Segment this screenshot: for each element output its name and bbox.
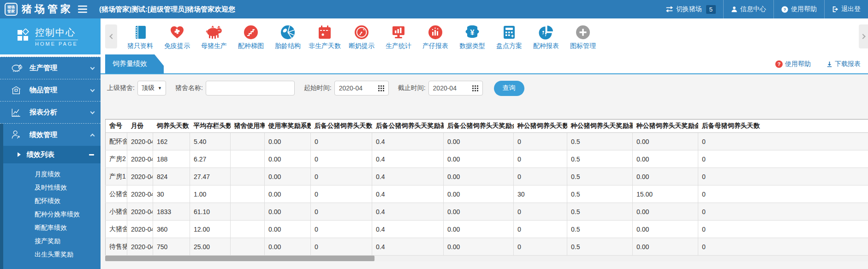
table-cell: [231, 133, 265, 150]
table-cell: 61.10: [190, 203, 231, 221]
table-cell: 1.00: [190, 185, 231, 203]
shortcut-13[interactable]: 图标管理: [565, 23, 601, 50]
table-cell: 0.4: [372, 238, 444, 256]
table-cell: 0: [311, 238, 372, 256]
shortcut-6[interactable]: 非生产天数: [306, 23, 343, 50]
table-cell: 0: [514, 150, 567, 168]
switch-icon: [666, 6, 673, 12]
chart-outline-icon: [11, 108, 27, 118]
horizontal-scrollbar[interactable]: [105, 256, 868, 261]
pig-outline-icon: [11, 63, 27, 73]
table-cell: 0.5: [567, 168, 633, 185]
usage-help-link[interactable]: ? 使用帮助: [775, 60, 811, 68]
shortcut-5[interactable]: 胎龄结构: [269, 23, 306, 50]
end-date-input[interactable]: 2020-04: [428, 81, 483, 96]
logo-text-top: 猪场: [7, 5, 15, 9]
sidebar-accent-bar: [0, 124, 3, 269]
download-icon: [826, 61, 832, 67]
sidebar-header-title: 控制中心: [35, 26, 78, 39]
tab-feeding-performance[interactable]: 饲养量绩效: [105, 54, 164, 73]
table-cell: 大猪舍: [106, 221, 127, 238]
pig-icon: [206, 23, 222, 42]
submenu-item-7[interactable]: 出生头重奖励: [0, 248, 101, 261]
table-cell: [231, 168, 265, 185]
sidebar-item-1[interactable]: 生产管理: [0, 57, 101, 79]
submenu-item-2[interactable]: 及时性绩效: [0, 181, 101, 194]
submenu-item-4[interactable]: 配种分娩率绩效: [0, 208, 101, 221]
shortcut-10[interactable]: ¥数据类型: [454, 23, 491, 50]
table-cell: 0.00: [444, 185, 514, 203]
table-cell: 0: [698, 150, 868, 168]
table-cell: 0.00: [444, 203, 514, 221]
shortcut-4[interactable]: 配种梯图: [232, 23, 269, 50]
table-cell: 15.00: [633, 185, 698, 203]
col-header-10: 种公猪饲养头天数: [514, 120, 567, 133]
iconbar-scroll-right-button[interactable]: [859, 24, 868, 48]
table-cell: 0.5: [567, 133, 633, 150]
shortcut-3[interactable]: 母猪生产: [196, 23, 232, 50]
shortcut-9[interactable]: 产仔报表: [417, 23, 454, 50]
table-cell: 0.4: [372, 185, 444, 203]
submenu-item-6[interactable]: 接产奖励: [0, 234, 101, 248]
control-center-icon: [17, 29, 30, 44]
pie2-icon: [538, 23, 554, 42]
scrollbar-thumb[interactable]: [105, 256, 375, 261]
message-center-button[interactable]: 信息中心: [723, 0, 773, 18]
table-cell: 0: [311, 133, 372, 150]
steps-icon: [243, 23, 259, 42]
table-cell: 30: [514, 185, 567, 203]
table-cell: 27.47: [190, 168, 231, 185]
calculator-icon: [501, 23, 517, 42]
switch-farm-button[interactable]: 切换猪场5: [658, 0, 723, 18]
table-cell: 5.40: [190, 133, 231, 150]
iconbar-scroll-left-button[interactable]: [105, 24, 117, 48]
calendar-grid-icon: [378, 85, 384, 91]
sidebar-item-4[interactable]: 绩效管理: [0, 124, 101, 146]
start-date-input[interactable]: 2020-04: [334, 81, 389, 96]
download-report-link[interactable]: 下载报表: [826, 60, 861, 68]
shortcut-label: 盘点方案: [496, 42, 522, 50]
performance-table-wrap: 舍号月份饲养头天数平均存栏头数猪舍使用率使用率奖励系数后备公猪饲养头天数后备公猪…: [105, 119, 868, 261]
table-cell: 0.4: [372, 133, 444, 150]
app: 猪场 管家 猪场管家 (猪场管家)测试:[超级管理员]猪场管家欢迎您 切换猪场5…: [0, 0, 868, 269]
calendar-grid-icon: [472, 85, 478, 91]
content: 猪只资料免疫提示母猪生产配种梯图胎龄结构非生产天数断奶提示生产统计产仔报表¥数据…: [101, 18, 868, 269]
shortcut-8[interactable]: 生产统计: [380, 23, 417, 50]
table-cell: 0: [311, 168, 372, 185]
logout-button[interactable]: 退出登: [824, 0, 868, 18]
shortcut-items: 猪只资料免疫提示母猪生产配种梯图胎龄结构非生产天数断奶提示生产统计产仔报表¥数据…: [122, 23, 601, 50]
sidebar-header[interactable]: 控制中心 HOME PAGE: [0, 18, 101, 54]
menu-toggle-icon[interactable]: [78, 6, 87, 13]
table-cell: 162: [153, 133, 190, 150]
sidebar-item-performance-list[interactable]: 绩效列表: [0, 146, 101, 163]
table-cell: 0.5: [567, 150, 633, 168]
table-cell: 产房2: [106, 150, 127, 168]
table-cell: 0: [698, 238, 868, 256]
table-cell: [231, 221, 265, 238]
house-name-input[interactable]: [206, 81, 295, 96]
submenu-item-3[interactable]: 配怀绩效: [0, 194, 101, 208]
shortcut-label: 配种梯图: [238, 42, 264, 50]
sidebar-item-3[interactable]: 报表分析: [0, 102, 101, 124]
filter-bar: 上级猪舍: 顶级 ▼ 猪舍名称: 起始时间: 2020-04 截止时间: 202…: [105, 80, 868, 96]
shortcut-1[interactable]: 猪只资料: [122, 23, 159, 50]
shortcut-7[interactable]: 断奶提示: [343, 23, 380, 50]
search-button[interactable]: 查询: [494, 81, 524, 96]
shortcut-11[interactable]: 盘点方案: [491, 23, 528, 50]
col-header-8: 后备公猪饲养头天奖励基数: [372, 120, 444, 133]
shortcut-12[interactable]: 配种报表: [528, 23, 565, 50]
shortcut-2[interactable]: 免疫提示: [159, 23, 196, 50]
table-cell: 2020-04: [127, 238, 153, 256]
parent-house-select[interactable]: 顶级 ▼: [137, 81, 166, 96]
table-cell: 188: [153, 150, 190, 168]
sidebar-item-2[interactable]: 物品管理: [0, 79, 101, 102]
submenu-item-1[interactable]: 月度绩效: [0, 167, 101, 181]
shortcut-label: 非生产天数: [309, 42, 341, 50]
usage-help-button[interactable]: ?使用帮助: [773, 0, 824, 18]
sidebar-item-label: 绩效管理: [30, 131, 91, 139]
table-cell: 0: [514, 221, 567, 238]
col-header-9: 后备公猪饲养头天奖励金额: [444, 120, 514, 133]
submenu-item-5[interactable]: 断配率绩效: [0, 221, 101, 234]
table-cell: 0: [698, 133, 868, 150]
shortcut-label: 断奶提示: [349, 42, 375, 50]
